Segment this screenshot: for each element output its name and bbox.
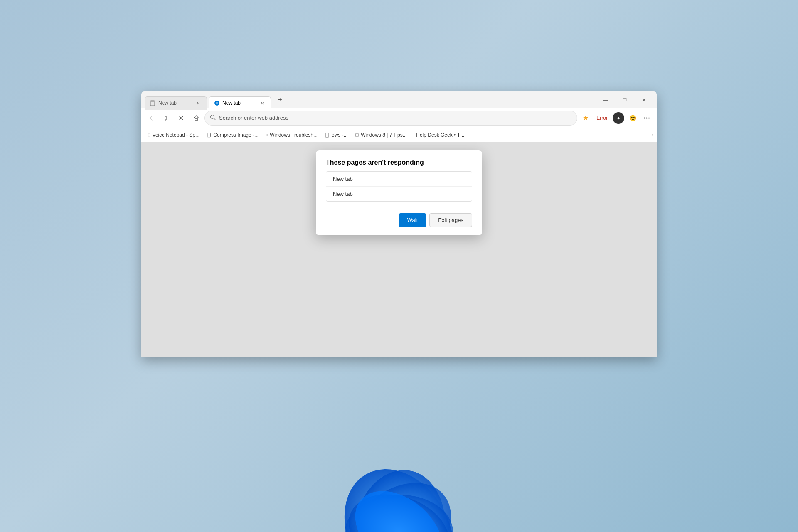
minimize-button[interactable]: —: [596, 93, 615, 106]
tab-1-icon: [150, 100, 156, 106]
address-text: Search or enter web address: [219, 115, 572, 121]
bookmark-6-icon: [414, 133, 415, 138]
bookmark-3-label: Windows Troublesh...: [270, 132, 318, 138]
svg-point-7: [644, 117, 645, 118]
title-bar: New tab ✕ New tab ✕ + — ❐ ✕: [141, 91, 657, 108]
nav-bar: Search or enter web address ★ Error ● 😊: [141, 108, 657, 128]
svg-point-16: [323, 449, 475, 532]
browser-content: These pages aren't responding New tab Ne…: [141, 142, 657, 357]
windows-flower: [295, 416, 503, 532]
svg-point-8: [646, 117, 648, 118]
bookmark-5-label: Windows 8 | 7 Tips...: [361, 132, 407, 138]
svg-line-6: [214, 118, 216, 120]
dialog-page-2: New tab: [326, 187, 472, 201]
emoji-button[interactable]: 😊: [626, 111, 639, 125]
nav-actions: ★ Error ● 😊: [579, 111, 653, 125]
bookmark-1[interactable]: Voice Notepad - Sp...: [145, 131, 203, 140]
bookmarks-more-button[interactable]: ›: [652, 133, 653, 138]
close-button[interactable]: ✕: [634, 93, 653, 106]
svg-rect-4: [195, 118, 197, 121]
bookmark-4-icon: [325, 133, 330, 138]
error-badge: Error: [593, 113, 611, 123]
more-button[interactable]: [640, 111, 653, 125]
bookmark-1-label: Voice Notepad - Sp...: [153, 132, 200, 138]
bookmark-4-label: ows -...: [332, 132, 348, 138]
exit-pages-button[interactable]: Exit pages: [429, 213, 472, 227]
taskbar-area: [0, 416, 798, 532]
bookmark-2-icon: [207, 133, 212, 138]
new-tab-button[interactable]: +: [274, 94, 286, 106]
tab-2-close[interactable]: ✕: [259, 100, 266, 106]
browser-window: New tab ✕ New tab ✕ + — ❐ ✕: [141, 91, 657, 357]
svg-point-19: [345, 495, 453, 532]
bookmark-2-label: Compress Image -...: [213, 132, 259, 138]
dialog-page-2-label: New tab: [333, 191, 353, 197]
home-button[interactable]: [190, 111, 203, 125]
tab-2[interactable]: New tab ✕: [209, 96, 271, 110]
unresponsive-dialog: These pages aren't responding New tab Ne…: [316, 150, 482, 235]
bookmarks-bar: Voice Notepad - Sp... Compress Image -..…: [141, 128, 657, 142]
forward-button[interactable]: [160, 111, 173, 125]
bookmark-3[interactable]: Windows Troublesh...: [263, 131, 321, 140]
restore-button[interactable]: ❐: [615, 93, 634, 106]
search-icon: [210, 114, 216, 121]
bookmark-5[interactable]: Windows 8 | 7 Tips...: [352, 131, 410, 140]
dialog-page-1: New tab: [326, 172, 472, 187]
dialog-pages-list: New tab New tab: [326, 171, 472, 202]
bookmark-5-icon: [355, 133, 360, 138]
back-button[interactable]: [145, 111, 158, 125]
dialog-header: These pages aren't responding: [316, 150, 482, 171]
tab-2-icon: [214, 100, 220, 106]
svg-rect-14: [355, 133, 358, 137]
dialog-title: These pages aren't responding: [326, 159, 424, 166]
bookmark-1-icon: [148, 133, 151, 138]
svg-point-20: [338, 481, 460, 532]
svg-point-17: [343, 463, 455, 532]
close-tab-button[interactable]: [175, 111, 188, 125]
profile-avatar: ●: [613, 112, 624, 124]
tab-1[interactable]: New tab ✕: [145, 96, 207, 110]
profile-button[interactable]: ●: [612, 111, 625, 125]
dialog-page-1-label: New tab: [333, 176, 353, 182]
address-bar[interactable]: Search or enter web address: [204, 111, 577, 126]
svg-point-9: [648, 117, 650, 118]
bookmark-3-icon: [266, 133, 268, 138]
wait-button[interactable]: Wait: [399, 213, 426, 227]
dialog-overlay: These pages aren't responding New tab Ne…: [141, 142, 657, 357]
tab-1-label: New tab: [158, 100, 192, 106]
error-label: Error: [596, 115, 608, 121]
svg-rect-10: [148, 134, 150, 136]
svg-rect-11: [207, 133, 211, 137]
svg-rect-12: [266, 134, 268, 135]
window-controls: — ❐ ✕: [596, 91, 653, 106]
bookmark-6[interactable]: Help Desk Geek » H...: [411, 131, 469, 140]
tab-1-close[interactable]: ✕: [195, 100, 202, 106]
bookmark-6-label: Help Desk Geek » H...: [416, 132, 466, 138]
dialog-actions: Wait Exit pages: [316, 208, 482, 235]
svg-point-21: [340, 475, 459, 532]
bookmark-4[interactable]: ows -...: [322, 131, 351, 140]
bookmark-2[interactable]: Compress Image -...: [204, 131, 262, 140]
favorites-button[interactable]: ★: [579, 111, 592, 125]
svg-point-18: [328, 463, 470, 532]
svg-rect-13: [325, 133, 329, 137]
tab-2-label: New tab: [222, 100, 256, 106]
